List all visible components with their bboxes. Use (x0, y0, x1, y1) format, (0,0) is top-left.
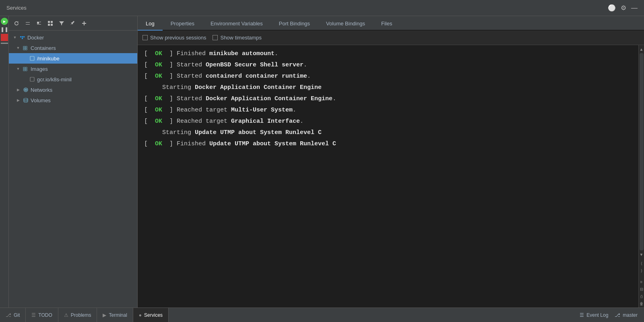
svg-rect-9 (25, 46, 27, 48)
svg-rect-4 (20, 36, 21, 37)
collapse-all-button[interactable] (23, 19, 32, 28)
git-icon: ⎇ (6, 312, 11, 318)
svg-rect-2 (48, 24, 50, 26)
add-button[interactable] (80, 19, 89, 28)
log-line: [ OK ] Finished Update UTMP about System… (138, 138, 638, 150)
settings-side-button[interactable]: ⊟ (639, 286, 644, 292)
stop-button[interactable] (1, 34, 8, 41)
scroll-down-button[interactable]: ▼ (639, 251, 644, 258)
expand-all-button[interactable] (35, 19, 43, 28)
arrow-containers: ▼ (15, 46, 21, 50)
checkbox-box-2 (213, 35, 218, 40)
sidebar: ▼ Docker ▼ (9, 16, 138, 308)
tab-port-bindings[interactable]: Port Bindings (271, 17, 318, 31)
log-toolbar: Show previous sessions Show timestamps (138, 31, 644, 45)
scroll-to-top-button[interactable]: ⟨ (639, 260, 644, 266)
container-item-icon (29, 55, 35, 62)
main-area: ▶ ❚❚ (0, 16, 644, 308)
arrow-images: ▼ (15, 67, 21, 71)
scroll-track[interactable] (640, 53, 644, 250)
log-line: [ OK ] Reached target Graphical Interfac… (138, 116, 638, 127)
svg-rect-15 (23, 69, 25, 71)
title-bar-right: ⚪ ⚙ — (608, 4, 638, 12)
volumes-icon (23, 97, 29, 103)
bottom-tab-terminal[interactable]: ▶ Terminal (97, 308, 133, 322)
log-line: [ OK ] Started Docker Application Contai… (138, 93, 638, 105)
svg-rect-1 (51, 21, 53, 23)
bottom-bar: ⎇ Git ☰ TODO ⚠ Problems ▶ Terminal ● Ser… (0, 308, 644, 322)
volumes-label: Volumes (31, 97, 51, 103)
tree-item-minikube[interactable]: ▶ /minikube (9, 53, 137, 64)
tab-files[interactable]: Files (373, 17, 400, 31)
arrow-docker: ▼ (12, 35, 18, 39)
bottom-right: ☰ Event Log ⎇ master (580, 312, 644, 318)
event-log-icon: ☰ (580, 312, 584, 318)
print-button[interactable]: ⎙ (639, 293, 644, 299)
svg-rect-8 (23, 46, 25, 48)
log-content[interactable]: [ OK ] Finished minikube automount.[ OK … (138, 45, 638, 308)
svg-rect-12 (30, 56, 34, 60)
tree-item-docker[interactable]: ▼ Docker (9, 32, 137, 43)
images-icon (23, 66, 29, 72)
log-line: Starting Docker Application Container En… (138, 82, 638, 93)
terminal-icon: ▶ (103, 312, 106, 318)
run-button[interactable]: ▶ (1, 18, 8, 25)
filter-button[interactable] (57, 19, 66, 28)
tree-item-volumes[interactable]: ▶ Volumes (9, 95, 137, 105)
docker-label: Docker (27, 35, 44, 41)
tree-item-networks[interactable]: ▶ Networks (9, 85, 137, 95)
tree-item-gcr-image[interactable]: ▶ gcr.io/k8s-minil (9, 74, 137, 85)
containers-label: Containers (31, 45, 56, 51)
svg-rect-6 (23, 36, 25, 37)
title-bar: Services ⚪ ⚙ — (0, 0, 644, 16)
log-scrollbar: ▲ ▼ ⟨ ⟩ ≡ ⊟ ⎙ 🗑 (638, 45, 644, 308)
show-timestamps-checkbox[interactable]: Show timestamps (213, 35, 262, 41)
images-label: Images (31, 66, 48, 72)
sidebar-toolbar (9, 16, 137, 31)
minimize-icon[interactable]: — (631, 4, 638, 12)
arrow-minikube: ▶ (22, 56, 27, 60)
log-line: [ OK ] Finished minikube automount. (138, 48, 638, 60)
checkbox-box-1 (142, 35, 148, 40)
services-label: Services (144, 312, 163, 318)
bottom-tab-problems[interactable]: ⚠ Problems (58, 308, 97, 322)
scroll-to-bottom-button[interactable]: ⟩ (639, 267, 644, 274)
show-previous-sessions-checkbox[interactable]: Show previous sessions (142, 35, 206, 41)
tab-env-vars[interactable]: Environment Variables (202, 17, 271, 31)
globe-icon[interactable]: ⚪ (608, 4, 616, 12)
delete-button[interactable]: 🗑 (639, 300, 644, 307)
tree-item-containers[interactable]: ▼ Containers (9, 43, 137, 53)
tabs-bar: Log Properties Environment Variables Por… (138, 16, 644, 31)
git-branch-icon: ⎇ (615, 312, 620, 318)
services-icon: ● (139, 312, 142, 318)
layout-button[interactable] (46, 19, 55, 28)
tab-volume-bindings[interactable]: Volume Bindings (318, 17, 373, 31)
arrow-networks: ▶ (15, 88, 21, 92)
sidebar-toggle-button[interactable]: ≡ (639, 279, 644, 285)
bottom-tab-todo[interactable]: ☰ TODO (26, 308, 58, 322)
minus-button[interactable] (1, 43, 8, 44)
refresh-button[interactable] (12, 19, 21, 28)
svg-rect-13 (23, 67, 25, 69)
bottom-tab-services[interactable]: ● Services (133, 308, 169, 322)
left-toolbar: ▶ ❚❚ (0, 16, 9, 308)
pause-button[interactable]: ❚❚ (1, 26, 8, 33)
scroll-up-button[interactable]: ▲ (639, 46, 644, 52)
event-log-button[interactable]: ☰ Event Log (580, 312, 608, 318)
bottom-tab-git[interactable]: ⎇ Git (0, 308, 26, 322)
git-branch-button[interactable]: ⎇ master (615, 312, 638, 318)
networks-label: Networks (31, 87, 52, 93)
gear-icon[interactable]: ⚙ (621, 4, 626, 12)
tree-item-images[interactable]: ▼ Images (9, 64, 137, 74)
svg-rect-11 (25, 48, 27, 50)
log-line: [ OK ] Reached target Multi-User System. (138, 105, 638, 116)
log-panel-wrapper: [ OK ] Finished minikube automount.[ OK … (138, 45, 644, 308)
log-line: Starting Update UTMP about System Runlev… (138, 127, 638, 138)
tab-properties[interactable]: Properties (163, 17, 202, 31)
pin-button[interactable] (68, 19, 77, 28)
sidebar-tree: ▼ Docker ▼ (9, 31, 137, 308)
git-branch-label: master (623, 312, 638, 318)
todo-label: TODO (38, 312, 52, 318)
show-previous-label: Show previous sessions (150, 35, 206, 41)
tab-log[interactable]: Log (138, 17, 163, 31)
